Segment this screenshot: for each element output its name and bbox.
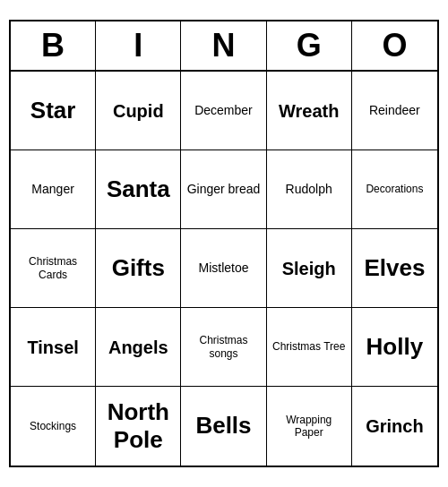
cell-text-r3-c1: Angels (108, 337, 168, 358)
cell-text-r2-c3: Sleigh (282, 258, 336, 279)
cell-r3-c3: Christmas Tree (267, 308, 352, 387)
cell-r4-c2: Bells (181, 387, 266, 466)
cell-text-r4-c0: Stockings (30, 420, 76, 432)
cell-text-r3-c2: Christmas songs (185, 334, 262, 360)
cell-r4-c3: Wrapping Paper (267, 387, 352, 466)
cell-text-r4-c2: Bells (195, 412, 251, 440)
cell-r0-c4: Reindeer (352, 72, 437, 150)
cell-r3-c1: Angels (96, 308, 181, 387)
cell-text-r4-c3: Wrapping Paper (271, 414, 348, 440)
cell-text-r2-c4: Elves (364, 254, 425, 282)
cell-r1-c0: Manger (11, 150, 96, 229)
cell-text-r2-c1: Gifts (112, 254, 165, 282)
cell-text-r3-c3: Christmas Tree (272, 340, 345, 353)
cell-r0-c2: December (181, 72, 266, 150)
cell-r2-c1: Gifts (96, 229, 181, 308)
cell-text-r0-c3: Wreath (279, 100, 339, 122)
cell-r2-c4: Elves (352, 229, 437, 308)
cell-text-r1-c3: Rudolph (286, 182, 332, 197)
bingo-grid: StarCupidDecemberWreathReindeerMangerSan… (11, 72, 437, 466)
cell-r1-c3: Rudolph (267, 150, 352, 229)
cell-text-r3-c0: Tinsel (27, 337, 78, 358)
cell-r3-c4: Holly (352, 308, 437, 387)
header-letter-n: N (181, 21, 266, 70)
header-letter-i: I (96, 21, 181, 70)
cell-text-r1-c2: Ginger bread (187, 182, 261, 197)
cell-text-r0-c4: Reindeer (369, 103, 420, 118)
cell-r3-c0: Tinsel (11, 308, 96, 387)
cell-text-r4-c4: Grinch (366, 415, 423, 437)
cell-r2-c0: Christmas Cards (11, 229, 96, 308)
cell-r4-c1: North Pole (96, 387, 181, 466)
cell-text-r1-c1: Santa (107, 175, 170, 203)
cell-r2-c3: Sleigh (267, 229, 352, 308)
bingo-card: BINGO StarCupidDecemberWreathReindeerMan… (9, 20, 439, 467)
cell-r0-c0: Star (11, 72, 96, 150)
bingo-header: BINGO (11, 21, 437, 72)
cell-r4-c4: Grinch (352, 387, 437, 466)
cell-text-r0-c2: December (194, 103, 253, 118)
cell-text-r0-c0: Star (30, 97, 76, 124)
cell-r1-c2: Ginger bread (181, 150, 266, 229)
cell-r1-c4: Decorations (352, 150, 437, 229)
cell-r0-c3: Wreath (267, 72, 352, 150)
header-letter-o: O (352, 21, 437, 70)
cell-r0-c1: Cupid (96, 72, 181, 150)
cell-r4-c0: Stockings (11, 387, 96, 466)
cell-r1-c1: Santa (96, 150, 181, 229)
header-letter-g: G (267, 21, 352, 70)
cell-text-r0-c1: Cupid (113, 100, 164, 122)
cell-r3-c2: Christmas songs (181, 308, 266, 387)
cell-text-r1-c4: Decorations (366, 183, 423, 195)
header-letter-b: B (11, 21, 96, 70)
cell-text-r2-c2: Mistletoe (198, 261, 248, 276)
cell-text-r2-c0: Christmas Cards (14, 255, 91, 281)
cell-text-r1-c0: Manger (31, 182, 73, 197)
cell-text-r3-c4: Holly (366, 333, 424, 361)
cell-r2-c2: Mistletoe (181, 229, 266, 308)
cell-text-r4-c1: North Pole (99, 398, 177, 454)
